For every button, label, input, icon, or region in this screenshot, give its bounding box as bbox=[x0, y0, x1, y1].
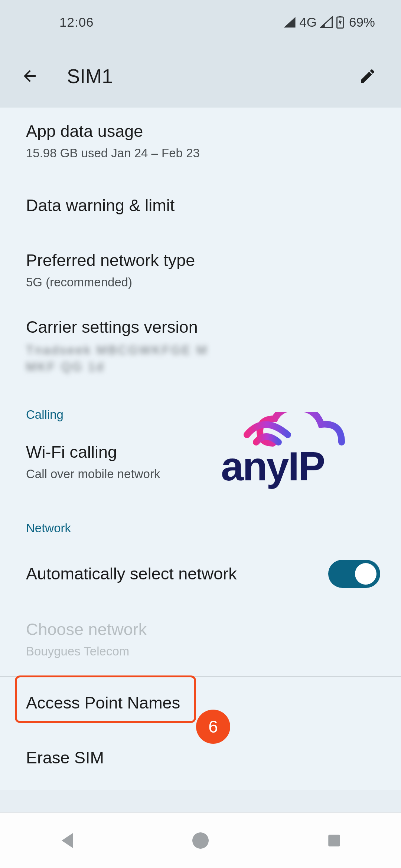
setting-preferred-network-type[interactable]: Preferred network type 5G (recommended) bbox=[0, 237, 401, 303]
setting-title: Preferred network type bbox=[26, 251, 375, 270]
nav-back-button[interactable] bbox=[56, 829, 78, 852]
watermark-anyip-logo: anyIP bbox=[221, 412, 362, 487]
toggle-auto-select-network[interactable] bbox=[328, 560, 380, 588]
svg-point-2 bbox=[192, 832, 209, 849]
signal-full-icon bbox=[283, 16, 296, 28]
setting-title: App data usage bbox=[26, 122, 375, 141]
arrow-left-icon bbox=[21, 67, 39, 85]
navigation-bar bbox=[0, 812, 401, 868]
svg-rect-3 bbox=[328, 835, 340, 846]
setting-title: Choose network bbox=[26, 620, 375, 639]
svg-rect-1 bbox=[339, 16, 341, 17]
setting-title: Access Point Names bbox=[26, 693, 375, 713]
back-button[interactable] bbox=[15, 61, 45, 91]
pencil-icon bbox=[359, 67, 376, 85]
network-type-label: 4G bbox=[299, 15, 317, 30]
nav-recents-button[interactable] bbox=[323, 829, 345, 852]
circle-icon bbox=[192, 832, 209, 849]
setting-subtitle: Bouygues Telecom bbox=[26, 644, 375, 658]
setting-title: Data warning & limit bbox=[26, 196, 375, 215]
battery-charging-icon bbox=[336, 16, 344, 29]
setting-title: Erase SIM bbox=[26, 748, 375, 767]
section-header-network: Network bbox=[0, 495, 401, 542]
toggle-knob bbox=[355, 563, 376, 585]
edit-button[interactable] bbox=[353, 61, 382, 91]
setting-subtitle: 15.98 GB used Jan 24 – Feb 23 bbox=[26, 146, 375, 160]
app-bar: SIM1 bbox=[0, 45, 401, 108]
square-icon bbox=[326, 833, 342, 848]
triangle-left-icon bbox=[59, 832, 75, 849]
status-bar: 12:06 4G 69% bbox=[0, 0, 401, 45]
setting-data-warning-limit[interactable]: Data warning & limit bbox=[0, 174, 401, 237]
setting-app-data-usage[interactable]: App data usage 15.98 GB used Jan 24 – Fe… bbox=[0, 108, 401, 174]
setting-choose-network: Choose network Bouygues Telecom bbox=[0, 606, 401, 673]
nav-home-button[interactable] bbox=[189, 829, 212, 852]
setting-subtitle: 5G (recommended) bbox=[26, 275, 375, 289]
battery-percent: 69% bbox=[349, 15, 375, 30]
setting-auto-select-network[interactable]: Automatically select network bbox=[0, 542, 401, 606]
signal-weak-icon bbox=[320, 16, 333, 28]
clock-text: 12:06 bbox=[59, 15, 94, 30]
setting-carrier-settings-version[interactable]: Carrier settings version Tnadseek MBCGWK… bbox=[0, 303, 401, 389]
page-title: SIM1 bbox=[67, 65, 113, 88]
setting-subtitle-redacted: Tnadseek MBCGWKFGE M MKF QG 1d bbox=[26, 342, 375, 375]
watermark-text: anyIP bbox=[221, 446, 362, 487]
annotation-step-badge: 6 bbox=[196, 710, 230, 744]
setting-title: Carrier settings version bbox=[26, 318, 375, 337]
setting-title: Automatically select network bbox=[26, 564, 328, 583]
